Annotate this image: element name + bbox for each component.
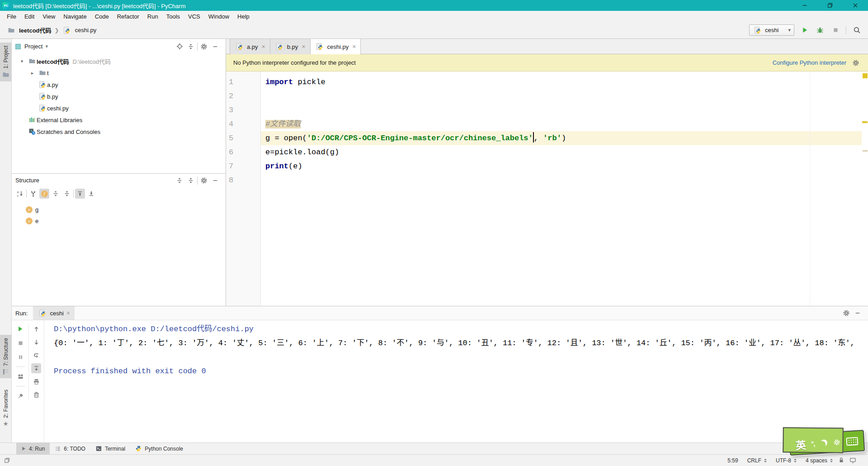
menu-vcs[interactable]: VCS (184, 11, 204, 22)
menu-help[interactable]: Help (233, 11, 254, 22)
menu-navigate[interactable]: Navigate (59, 11, 90, 22)
menu-refactor[interactable]: Refactor (113, 11, 143, 22)
run-button[interactable] (800, 25, 810, 35)
tree-item-ceshi-py[interactable]: ceshi.py (12, 102, 226, 114)
close-icon[interactable]: × (66, 309, 70, 317)
configure-interpreter-link[interactable]: Configure Python interpreter (773, 59, 846, 66)
hide-icon[interactable] (210, 176, 220, 185)
chevron-down-icon[interactable]: ▾ (17, 58, 27, 64)
run-tab-ceshi[interactable]: ceshi × (33, 306, 75, 320)
tree-item-t[interactable]: ▸t (12, 67, 226, 79)
scroll-to-end-icon[interactable] (31, 363, 41, 373)
tree-item-scratches-and-consoles[interactable]: Scratches and Consoles (12, 126, 226, 138)
stop-button[interactable] (830, 25, 840, 35)
chevron-down-icon[interactable]: ▾ (45, 43, 48, 49)
pause-output-icon[interactable] (15, 352, 25, 362)
collapseall-icon[interactable] (186, 42, 196, 52)
prev-occurrence-icon[interactable] (31, 324, 41, 334)
tree-item-b-py[interactable]: b.py (12, 90, 226, 102)
code-text[interactable] (261, 89, 862, 103)
hide-icon[interactable] (853, 308, 863, 318)
tab-a-py[interactable]: a.py× (230, 39, 270, 54)
tree-item-leetcod[interactable]: ▾leetcod代码D:\leetcod代码 (12, 55, 226, 67)
breadcrumb-file[interactable]: ceshi.py (75, 27, 97, 33)
moon-icon[interactable] (821, 439, 828, 447)
close-tab-icon[interactable]: × (262, 43, 265, 50)
stop-icon[interactable] (15, 338, 25, 348)
punctuation-mode-icon[interactable]: °, (811, 440, 815, 447)
structure-item-e[interactable]: ve (12, 215, 226, 227)
toolwindow-button-1-project[interactable]: 1: Project (0, 43, 11, 81)
soft-wrap-icon[interactable] (31, 350, 41, 360)
restore-layout-icon[interactable] (15, 371, 25, 381)
chevron-right-icon[interactable]: ▸ (27, 70, 38, 76)
code-editor[interactable]: 1import pickle234#文件读取5g = open('D:/OCR/… (226, 71, 868, 306)
code-text[interactable] (261, 173, 862, 187)
expandall-icon[interactable] (51, 189, 61, 199)
toolwindow-button-4-run[interactable]: 4: Run (16, 443, 50, 454)
status-5-59[interactable]: 5:59 (727, 457, 738, 464)
error-stripe[interactable] (862, 71, 868, 306)
menu-tools[interactable]: Tools (162, 11, 184, 22)
lock-icon[interactable] (838, 457, 844, 463)
menu-edit[interactable]: Edit (20, 11, 38, 22)
tree-item-external-libraries[interactable]: External Libraries (12, 114, 226, 126)
menu-file[interactable]: File (3, 11, 20, 22)
structure-item-g[interactable]: vg (12, 204, 226, 215)
toolwindow-switcher-icon[interactable] (4, 457, 10, 464)
code-text[interactable]: g = open('D:/OCR/CPS-OCR-Engine-master/o… (261, 131, 862, 145)
yfilter-icon[interactable] (28, 189, 38, 199)
code-text[interactable]: e=pickle.load(g) (261, 145, 862, 159)
toolwindow-button-7-structure[interactable]: 7: Structure (0, 335, 11, 378)
locate-icon[interactable] (175, 42, 184, 52)
collapseall-icon[interactable] (186, 176, 196, 185)
code-text[interactable]: print(e) (261, 159, 862, 173)
close-button[interactable] (843, 0, 868, 11)
menu-code[interactable]: Code (91, 11, 113, 22)
debug-button[interactable] (815, 25, 825, 35)
restore-button[interactable] (817, 0, 843, 11)
sortaz-icon[interactable]: az (15, 189, 25, 199)
search-everywhere-button[interactable] (852, 25, 862, 35)
toolwindow-button-6-todo[interactable]: 6: TODO (50, 443, 90, 454)
toolwindow-button-terminal[interactable]: Terminal (90, 443, 130, 454)
autoup-icon[interactable] (75, 189, 85, 199)
tab-ceshi-py[interactable]: ceshi.py× (311, 39, 361, 54)
close-tab-icon[interactable]: × (302, 43, 305, 50)
gear-icon[interactable] (851, 58, 861, 68)
print-icon[interactable] (31, 376, 41, 386)
status-utf-8[interactable]: UTF-8 (776, 457, 797, 464)
code-text[interactable]: import pickle (261, 75, 862, 89)
keyboard-icon[interactable] (846, 437, 859, 446)
toolwindow-button-2-favorites[interactable]: 2: Favorites★ (0, 386, 11, 430)
toolwindow-button-python-console[interactable]: Python Console (130, 443, 188, 454)
minimize-button[interactable] (792, 0, 817, 11)
rerun-icon[interactable] (15, 324, 25, 334)
gear-icon[interactable] (199, 176, 209, 185)
ime-language-mode[interactable]: 英 (795, 436, 807, 452)
tab-b-py[interactable]: b.py× (270, 39, 311, 54)
collapseall-icon[interactable] (62, 189, 72, 199)
tree-item-a-py[interactable]: a.py (12, 79, 226, 90)
expandall-icon[interactable] (175, 176, 184, 185)
fcircle-icon[interactable]: f (39, 189, 49, 199)
breadcrumb-project[interactable]: leetcod代码 (19, 26, 52, 34)
console-output[interactable]: D:\python\python.exe D:/leetcod代码/ceshi.… (44, 320, 868, 442)
hide-icon[interactable] (210, 42, 220, 52)
status-4-spaces[interactable]: 4 spaces (806, 457, 833, 464)
status-crlf[interactable]: CRLF (747, 457, 767, 464)
code-text[interactable] (261, 103, 862, 117)
close-tab-icon[interactable]: × (352, 43, 356, 50)
autodown-icon[interactable] (86, 189, 96, 199)
menu-view[interactable]: View (38, 11, 59, 22)
clear-all-icon[interactable] (31, 390, 41, 399)
gear-icon[interactable] (841, 308, 851, 318)
next-occurrence-icon[interactable] (31, 337, 41, 347)
gear-icon[interactable] (833, 438, 841, 446)
menu-window[interactable]: Window (204, 11, 233, 22)
event-log-icon[interactable] (849, 457, 856, 464)
pin-tab-icon[interactable] (15, 391, 25, 401)
gear-icon[interactable] (199, 42, 209, 52)
run-configuration-select[interactable]: ceshi ▾ (749, 24, 794, 36)
code-text[interactable]: #文件读取 (261, 117, 862, 131)
